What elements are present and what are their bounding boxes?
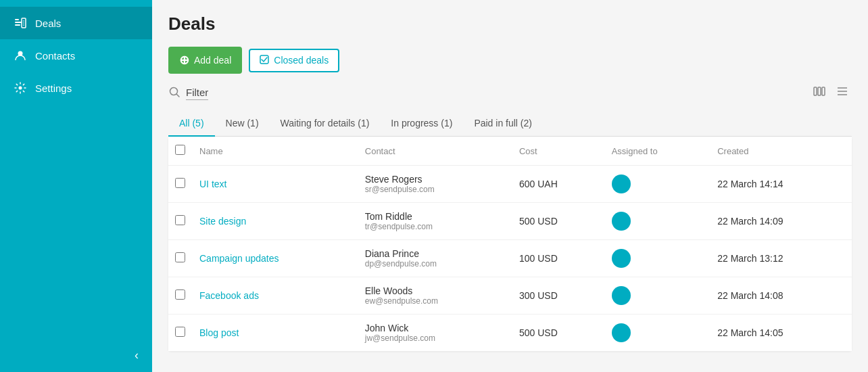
- collapse-icon: ‹: [135, 348, 139, 363]
- add-deal-button[interactable]: ⊕ Add deal: [168, 47, 242, 74]
- table-row: Facebook ads Elle Woods ew@sendpulse.com…: [168, 277, 852, 315]
- row-checkbox-cell: [168, 166, 193, 203]
- row-checkbox[interactable]: [175, 252, 185, 262]
- settings-icon: [14, 81, 27, 95]
- created-cell: 22 March 14:05: [710, 315, 852, 352]
- deal-name-link[interactable]: Site design: [199, 216, 246, 227]
- table-row: Site design Tom Riddle tr@sendpulse.com …: [168, 203, 852, 240]
- sidebar: Deals Contacts Settings ‹: [0, 0, 152, 372]
- created-cell: 22 March 13:12: [710, 240, 852, 277]
- assigned-header: Assigned to: [605, 137, 711, 166]
- avatar: [612, 323, 631, 342]
- deals-table-wrapper: Name Contact Cost Assigned to Created UI…: [168, 137, 852, 351]
- deal-name-cell: Site design: [193, 203, 358, 240]
- row-checkbox[interactable]: [175, 327, 185, 337]
- contact-header: Contact: [358, 137, 512, 166]
- row-checkbox[interactable]: [175, 215, 185, 225]
- contact-name: Tom Riddle: [365, 211, 506, 222]
- avatar: [612, 175, 631, 193]
- name-header: Name: [193, 137, 358, 166]
- contact-name: John Wick: [365, 323, 506, 333]
- created-cell: 22 March 14:08: [710, 277, 852, 315]
- contacts-icon: [14, 49, 27, 62]
- contact-cell: John Wick jw@sendpulse.com: [358, 315, 512, 352]
- tab-paidfull[interactable]: Paid in full (2): [463, 111, 543, 137]
- deal-name-link[interactable]: UI text: [199, 179, 226, 189]
- assigned-cell: [605, 277, 711, 315]
- contact-email: ew@sendpulse.com: [365, 296, 506, 306]
- deals-table: Name Contact Cost Assigned to Created UI…: [168, 137, 852, 351]
- contact-name: Diana Prince: [365, 248, 506, 259]
- created-cell: 22 March 14:14: [710, 166, 852, 203]
- deal-name-link[interactable]: Blog post: [199, 327, 239, 338]
- row-checkbox[interactable]: [175, 178, 185, 188]
- view-toggle: [810, 83, 852, 103]
- tab-new[interactable]: New (1): [215, 111, 270, 137]
- cost-cell: 300 USD: [512, 277, 605, 315]
- assigned-cell: [605, 166, 711, 203]
- svg-point-10: [170, 87, 178, 95]
- main-content: Deals ⊕ Add deal Closed deals: [152, 0, 868, 372]
- list-view-button[interactable]: [833, 83, 852, 103]
- select-all-header: [168, 137, 193, 166]
- sidebar-item-contacts-label: Contacts: [35, 50, 75, 62]
- assigned-cell: [605, 315, 711, 352]
- contact-name: Elle Woods: [365, 285, 506, 296]
- table-row: Campaign updates Diana Prince dp@sendpul…: [168, 240, 852, 277]
- filter-input-wrap: Filter: [168, 86, 208, 101]
- row-checkbox-cell: [168, 315, 193, 352]
- sidebar-item-deals[interactable]: Deals: [0, 7, 152, 39]
- avatar: [612, 286, 631, 305]
- select-all-checkbox[interactable]: [175, 145, 185, 155]
- deal-name-link[interactable]: Facebook ads: [199, 290, 259, 301]
- contact-cell: Tom Riddle tr@sendpulse.com: [358, 203, 512, 240]
- svg-rect-2: [15, 24, 20, 26]
- filter-bar: Filter: [168, 83, 852, 103]
- add-icon: ⊕: [179, 53, 189, 68]
- tab-all[interactable]: All (5): [168, 111, 215, 137]
- svg-line-11: [177, 94, 180, 97]
- row-checkbox-cell: [168, 277, 193, 315]
- sidebar-item-contacts[interactable]: Contacts: [0, 39, 152, 72]
- tab-inprogress[interactable]: In progress (1): [380, 111, 463, 137]
- assigned-cell: [605, 203, 711, 240]
- sidebar-item-deals-label: Deals: [35, 18, 61, 29]
- deal-name-cell: Facebook ads: [193, 277, 358, 315]
- sidebar-collapse-button[interactable]: ‹: [0, 339, 152, 372]
- svg-rect-12: [814, 87, 817, 95]
- contact-email: jw@sendpulse.com: [365, 333, 506, 343]
- deal-name-cell: Blog post: [193, 315, 358, 352]
- tab-waiting[interactable]: Waiting for details (1): [270, 111, 381, 137]
- created-cell: 22 March 14:09: [710, 203, 852, 240]
- avatar: [612, 212, 631, 231]
- deals-icon: [14, 16, 27, 30]
- checkmark-icon: [260, 55, 269, 66]
- contact-email: dp@sendpulse.com: [365, 259, 506, 269]
- closed-deals-button[interactable]: Closed deals: [249, 49, 339, 72]
- cost-cell: 500 USD: [512, 315, 605, 352]
- svg-rect-14: [822, 87, 825, 95]
- table-header: Name Contact Cost Assigned to Created: [168, 137, 852, 166]
- cost-cell: 600 UAH: [512, 166, 605, 203]
- cost-cell: 100 USD: [512, 240, 605, 277]
- sidebar-item-settings[interactable]: Settings: [0, 72, 152, 104]
- row-checkbox[interactable]: [175, 289, 185, 300]
- contact-cell: Steve Rogers sr@sendpulse.com: [358, 166, 512, 203]
- deal-name-cell: UI text: [193, 166, 358, 203]
- deal-name-link[interactable]: Campaign updates: [199, 253, 279, 264]
- avatar: [612, 249, 631, 268]
- table-row: UI text Steve Rogers sr@sendpulse.com 60…: [168, 166, 852, 203]
- contact-email: sr@sendpulse.com: [365, 185, 506, 194]
- page-title: Deals: [168, 14, 852, 34]
- cost-cell: 500 USD: [512, 203, 605, 240]
- table-body: UI text Steve Rogers sr@sendpulse.com 60…: [168, 166, 852, 352]
- created-header: Created: [710, 137, 852, 166]
- svg-rect-13: [818, 87, 821, 95]
- filter-label[interactable]: Filter: [186, 87, 208, 100]
- kanban-view-button[interactable]: [810, 83, 829, 103]
- svg-point-8: [19, 87, 22, 90]
- assigned-cell: [605, 240, 711, 277]
- table-row: Blog post John Wick jw@sendpulse.com 500…: [168, 315, 852, 352]
- toolbar: ⊕ Add deal Closed deals: [168, 47, 852, 74]
- contact-email: tr@sendpulse.com: [365, 222, 506, 231]
